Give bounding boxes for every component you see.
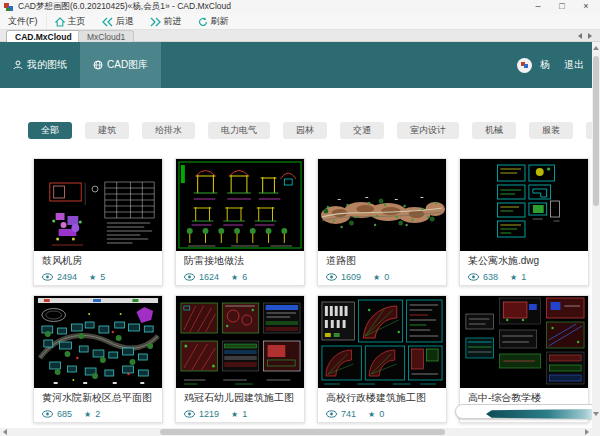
views-icon xyxy=(468,273,479,281)
thumbnail-art xyxy=(176,296,304,388)
maximize-button[interactable]: □ xyxy=(550,0,574,14)
category-fashion[interactable]: 服装 xyxy=(529,122,573,139)
category-architecture[interactable]: 建筑 xyxy=(85,122,129,139)
category-landscape[interactable]: 园林 xyxy=(283,122,327,139)
views-count: 1609 xyxy=(341,272,361,282)
title-bar: CAD梦想画图(6.0.20210425)«杨,会员1» - CAD.MxClo… xyxy=(0,0,600,14)
tab-scroll-right-icon[interactable] xyxy=(588,33,592,39)
views-count: 638 xyxy=(483,272,498,282)
scroll-right-icon[interactable] xyxy=(585,429,589,435)
drawing-card[interactable]: 鸡冠石幼儿园建筑施工图 1219 ★ 1 xyxy=(175,295,305,423)
nav-cad-library-label: CAD图库 xyxy=(107,58,148,72)
drawing-title[interactable]: 黄河水院新校区总平面图 xyxy=(42,392,154,404)
views-icon xyxy=(42,273,53,281)
tab-label: CAD.MxCloud xyxy=(15,32,72,42)
drawing-title[interactable]: 鸡冠石幼儿园建筑施工图 xyxy=(184,392,296,404)
drawing-card[interactable]: 道路图 1609 ★ 0 xyxy=(317,158,447,286)
thumbnail-art xyxy=(176,159,304,251)
nav-cad-library[interactable]: CAD图库 xyxy=(80,42,161,88)
drawing-card[interactable]: 鼓风机房 2494 ★ 5 xyxy=(33,158,163,286)
views-count: 2494 xyxy=(57,272,77,282)
home-label: 主页 xyxy=(68,15,86,28)
forward-icon xyxy=(150,17,161,27)
star-icon: ★ xyxy=(231,410,238,419)
horizontal-scrollbar[interactable] xyxy=(0,428,592,436)
scroll-up-icon[interactable] xyxy=(593,46,599,50)
drawing-thumbnail[interactable] xyxy=(34,296,162,388)
drawing-thumbnail[interactable] xyxy=(176,296,304,388)
category-interior[interactable]: 室内设计 xyxy=(397,122,459,139)
star-icon: ★ xyxy=(231,273,238,282)
logout-button[interactable]: 退出 xyxy=(564,58,584,72)
drawing-title[interactable]: 鼓风机房 xyxy=(42,255,154,267)
category-traffic[interactable]: 交通 xyxy=(340,122,384,139)
refresh-label: 刷新 xyxy=(211,15,229,28)
drawing-thumbnail[interactable] xyxy=(318,296,446,388)
drawing-thumbnail[interactable] xyxy=(318,159,446,251)
tab-label: MxCloud1 xyxy=(87,32,125,42)
star-icon: ★ xyxy=(84,410,91,419)
user-avatar[interactable] xyxy=(517,58,532,73)
drawing-thumbnail[interactable] xyxy=(176,159,304,251)
drawing-title[interactable]: 高中-综合教学楼 xyxy=(468,392,580,404)
star-icon: ★ xyxy=(373,273,380,282)
forward-label: 前进 xyxy=(164,15,182,28)
category-filter-bar: 全部 建筑 给排水 电力电气 园林 交通 室内设计 机械 服装 市政 xyxy=(28,122,600,139)
drawing-title[interactable]: 高校行政楼建筑施工图 xyxy=(326,392,438,404)
category-plumbing[interactable]: 给排水 xyxy=(142,122,195,139)
thumbnail-art xyxy=(318,296,446,388)
drawing-thumbnail[interactable] xyxy=(34,159,162,251)
refresh-button[interactable]: 刷新 xyxy=(190,14,237,29)
nav-my-drawings-label: 我的图纸 xyxy=(27,58,67,72)
nav-my-drawings[interactable]: 我的图纸 xyxy=(0,42,80,88)
stars-count: 5 xyxy=(100,272,105,282)
globe-icon xyxy=(93,60,103,70)
close-button[interactable]: × xyxy=(574,0,598,14)
tab-mxcloud1[interactable]: MxCloud1 xyxy=(78,30,134,42)
app-window: CAD梦想画图(6.0.20210425)«杨,会员1» - CAD.MxClo… xyxy=(0,0,600,436)
file-menu-label: 文件(F) xyxy=(8,15,38,28)
tab-cad-mxcloud[interactable]: CAD.MxCloud xyxy=(6,30,81,42)
views-icon xyxy=(184,410,195,418)
thumbnail-art xyxy=(34,159,162,251)
scroll-left-icon[interactable] xyxy=(3,429,7,435)
minimize-button[interactable]: – xyxy=(526,0,550,14)
star-icon: ★ xyxy=(368,410,375,419)
drawing-title[interactable]: 道路图 xyxy=(326,255,438,267)
thumbnail-art xyxy=(460,296,588,388)
thumbnail-art xyxy=(34,296,162,388)
vertical-scrollbar-thumb[interactable] xyxy=(593,56,599,206)
home-icon xyxy=(55,17,65,27)
stars-count: 1 xyxy=(242,409,247,419)
stars-count: 6 xyxy=(242,272,247,282)
views-icon xyxy=(184,273,195,281)
back-button[interactable]: 后退 xyxy=(94,14,142,29)
app-logo-icon xyxy=(4,2,14,12)
drawing-card[interactable]: 黄河水院新校区总平面图 685 ★ 2 xyxy=(33,295,163,423)
drawing-card[interactable]: 防雷接地做法 1624 ★ 6 xyxy=(175,158,305,286)
drawing-card[interactable]: 某公寓水施.dwg 638 ★ 1 xyxy=(459,158,589,286)
category-electrical[interactable]: 电力电气 xyxy=(208,122,270,139)
views-count: 685 xyxy=(57,409,72,419)
views-count: 1624 xyxy=(199,272,219,282)
drawing-thumbnail[interactable] xyxy=(460,296,588,388)
thumbnail-art xyxy=(318,159,446,251)
category-all[interactable]: 全部 xyxy=(28,122,72,139)
forward-button[interactable]: 前进 xyxy=(142,14,190,29)
scroll-down-icon[interactable] xyxy=(593,412,599,416)
avatar-logo-icon xyxy=(520,60,530,70)
thumbnail-art xyxy=(460,159,588,251)
back-icon xyxy=(102,17,113,27)
home-button[interactable]: 主页 xyxy=(47,14,94,29)
vertical-scrollbar[interactable] xyxy=(592,42,600,428)
drawing-title[interactable]: 某公寓水施.dwg xyxy=(468,255,580,267)
views-count: 1219 xyxy=(199,409,219,419)
file-menu[interactable]: 文件(F) xyxy=(0,14,47,29)
category-mechanical[interactable]: 机械 xyxy=(472,122,516,139)
drawing-card[interactable]: 高校行政楼建筑施工图 741 ★ 0 xyxy=(317,295,447,423)
drawing-thumbnail[interactable] xyxy=(460,159,588,251)
tab-scroll-left-icon[interactable] xyxy=(578,33,582,39)
horizontal-scrollbar-thumb[interactable] xyxy=(160,429,445,435)
stars-count: 1 xyxy=(521,272,526,282)
drawing-title[interactable]: 防雷接地做法 xyxy=(184,255,296,267)
